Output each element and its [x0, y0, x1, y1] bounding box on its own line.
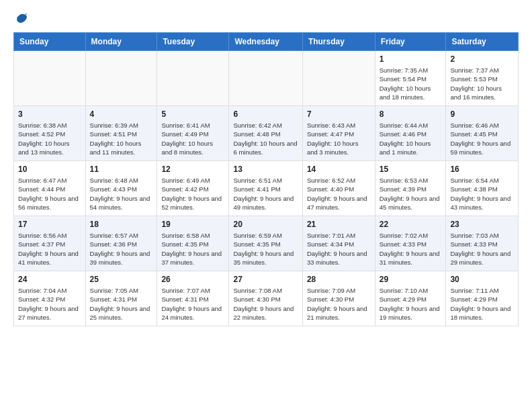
day-info: Sunrise: 6:41 AM Sunset: 4:49 PM Dayligh… [161, 121, 224, 156]
calendar-cell: 20Sunrise: 6:59 AM Sunset: 4:35 PM Dayli… [229, 216, 302, 271]
calendar-cell: 8Sunrise: 6:44 AM Sunset: 4:46 PM Daylig… [375, 106, 446, 161]
day-info: Sunrise: 7:04 AM Sunset: 4:32 PM Dayligh… [18, 286, 81, 322]
calendar-cell: 16Sunrise: 6:54 AM Sunset: 4:38 PM Dayli… [446, 161, 519, 216]
day-number: 3 [18, 109, 81, 119]
day-number: 15 [380, 165, 442, 174]
day-info: Sunrise: 6:39 AM Sunset: 4:51 PM Dayligh… [90, 121, 153, 156]
calendar-cell: 19Sunrise: 6:58 AM Sunset: 4:35 PM Dayli… [157, 216, 229, 271]
day-number: 6 [233, 109, 298, 119]
calendar-cell: 26Sunrise: 7:07 AM Sunset: 4:31 PM Dayli… [157, 271, 229, 326]
day-info: Sunrise: 7:37 AM Sunset: 5:53 PM Dayligh… [450, 66, 514, 101]
calendar-cell: 24Sunrise: 7:04 AM Sunset: 4:32 PM Dayli… [14, 271, 86, 326]
day-number: 1 [380, 54, 442, 64]
calendar-cell: 23Sunrise: 7:03 AM Sunset: 4:33 PM Dayli… [446, 216, 519, 271]
day-number: 12 [161, 165, 224, 174]
calendar-cell: 6Sunrise: 6:42 AM Sunset: 4:48 PM Daylig… [229, 106, 302, 161]
calendar-cell: 12Sunrise: 6:49 AM Sunset: 4:42 PM Dayli… [157, 161, 229, 216]
day-number: 5 [161, 109, 224, 119]
day-info: Sunrise: 7:11 AM Sunset: 4:29 PM Dayligh… [450, 286, 514, 322]
calendar-cell: 28Sunrise: 7:09 AM Sunset: 4:30 PM Dayli… [302, 271, 375, 326]
page: SundayMondayTuesdayWednesdayThursdayFrid… [0, 0, 532, 337]
calendar-cell [14, 51, 86, 106]
day-number: 9 [450, 109, 514, 119]
day-info: Sunrise: 6:38 AM Sunset: 4:52 PM Dayligh… [18, 121, 81, 156]
calendar-cell: 30Sunrise: 7:11 AM Sunset: 4:29 PM Dayli… [446, 271, 519, 326]
calendar-cell: 22Sunrise: 7:02 AM Sunset: 4:33 PM Dayli… [375, 216, 446, 271]
day-info: Sunrise: 7:03 AM Sunset: 4:33 PM Dayligh… [450, 231, 514, 267]
day-info: Sunrise: 6:52 AM Sunset: 4:40 PM Dayligh… [307, 176, 371, 212]
day-header-monday: Monday [85, 33, 157, 51]
day-number: 17 [18, 220, 81, 229]
calendar-cell: 21Sunrise: 7:01 AM Sunset: 4:34 PM Dayli… [302, 216, 375, 271]
day-header-friday: Friday [375, 33, 446, 51]
header [13, 11, 519, 24]
day-info: Sunrise: 6:56 AM Sunset: 4:37 PM Dayligh… [18, 231, 81, 267]
day-number: 24 [18, 275, 81, 284]
calendar-cell: 14Sunrise: 6:52 AM Sunset: 4:40 PM Dayli… [302, 161, 375, 216]
day-number: 19 [161, 220, 224, 229]
week-row-1: 1Sunrise: 7:35 AM Sunset: 5:54 PM Daylig… [14, 51, 519, 106]
day-number: 2 [450, 54, 514, 64]
day-info: Sunrise: 7:02 AM Sunset: 4:33 PM Dayligh… [380, 231, 442, 267]
day-info: Sunrise: 6:44 AM Sunset: 4:46 PM Dayligh… [380, 121, 442, 156]
day-number: 21 [307, 220, 371, 229]
day-number: 16 [450, 165, 514, 174]
day-info: Sunrise: 6:48 AM Sunset: 4:43 PM Dayligh… [90, 176, 153, 212]
calendar-cell: 18Sunrise: 6:57 AM Sunset: 4:36 PM Dayli… [85, 216, 157, 271]
day-info: Sunrise: 6:47 AM Sunset: 4:44 PM Dayligh… [18, 176, 81, 212]
day-info: Sunrise: 6:43 AM Sunset: 4:47 PM Dayligh… [307, 121, 371, 156]
day-number: 29 [380, 275, 442, 284]
day-header-tuesday: Tuesday [157, 33, 229, 51]
day-number: 28 [307, 275, 371, 284]
day-number: 20 [233, 220, 298, 229]
calendar-cell: 5Sunrise: 6:41 AM Sunset: 4:49 PM Daylig… [157, 106, 229, 161]
day-header-saturday: Saturday [446, 33, 519, 51]
week-row-3: 10Sunrise: 6:47 AM Sunset: 4:44 PM Dayli… [14, 161, 519, 216]
day-info: Sunrise: 6:57 AM Sunset: 4:36 PM Dayligh… [90, 231, 153, 267]
day-number: 30 [450, 275, 514, 284]
day-number: 11 [90, 165, 153, 174]
day-number: 8 [380, 109, 442, 119]
day-header-thursday: Thursday [302, 33, 375, 51]
day-info: Sunrise: 7:01 AM Sunset: 4:34 PM Dayligh… [307, 231, 371, 267]
day-info: Sunrise: 6:51 AM Sunset: 4:41 PM Dayligh… [233, 176, 298, 212]
day-number: 10 [18, 165, 81, 174]
day-info: Sunrise: 6:46 AM Sunset: 4:45 PM Dayligh… [450, 121, 514, 156]
day-header-wednesday: Wednesday [229, 33, 302, 51]
calendar-cell: 7Sunrise: 6:43 AM Sunset: 4:47 PM Daylig… [302, 106, 375, 161]
week-row-4: 17Sunrise: 6:56 AM Sunset: 4:37 PM Dayli… [14, 216, 519, 271]
day-info: Sunrise: 7:09 AM Sunset: 4:30 PM Dayligh… [307, 286, 371, 322]
logo-text [13, 11, 28, 24]
calendar-cell [157, 51, 229, 106]
calendar-cell: 2Sunrise: 7:37 AM Sunset: 5:53 PM Daylig… [446, 51, 519, 106]
calendar-cell: 17Sunrise: 6:56 AM Sunset: 4:37 PM Dayli… [14, 216, 86, 271]
day-info: Sunrise: 6:42 AM Sunset: 4:48 PM Dayligh… [233, 121, 298, 156]
calendar-cell: 3Sunrise: 6:38 AM Sunset: 4:52 PM Daylig… [14, 106, 86, 161]
calendar-cell: 25Sunrise: 7:05 AM Sunset: 4:31 PM Dayli… [85, 271, 157, 326]
calendar-cell: 27Sunrise: 7:08 AM Sunset: 4:30 PM Dayli… [229, 271, 302, 326]
calendar-cell: 9Sunrise: 6:46 AM Sunset: 4:45 PM Daylig… [446, 106, 519, 161]
calendar-cell: 4Sunrise: 6:39 AM Sunset: 4:51 PM Daylig… [85, 106, 157, 161]
logo [13, 11, 28, 24]
header-row: SundayMondayTuesdayWednesdayThursdayFrid… [14, 33, 519, 51]
day-number: 14 [307, 165, 371, 174]
calendar-cell [302, 51, 375, 106]
day-number: 25 [90, 275, 153, 284]
day-info: Sunrise: 6:53 AM Sunset: 4:39 PM Dayligh… [380, 176, 442, 212]
day-info: Sunrise: 7:10 AM Sunset: 4:29 PM Dayligh… [380, 286, 442, 322]
calendar-cell: 1Sunrise: 7:35 AM Sunset: 5:54 PM Daylig… [375, 51, 446, 106]
calendar-cell: 10Sunrise: 6:47 AM Sunset: 4:44 PM Dayli… [14, 161, 86, 216]
day-header-sunday: Sunday [14, 33, 86, 51]
day-info: Sunrise: 7:08 AM Sunset: 4:30 PM Dayligh… [233, 286, 298, 322]
calendar-cell: 13Sunrise: 6:51 AM Sunset: 4:41 PM Dayli… [229, 161, 302, 216]
day-info: Sunrise: 7:05 AM Sunset: 4:31 PM Dayligh… [90, 286, 153, 322]
day-number: 26 [161, 275, 224, 284]
day-number: 27 [233, 275, 298, 284]
day-info: Sunrise: 7:07 AM Sunset: 4:31 PM Dayligh… [161, 286, 224, 322]
calendar-cell: 15Sunrise: 6:53 AM Sunset: 4:39 PM Dayli… [375, 161, 446, 216]
day-info: Sunrise: 7:35 AM Sunset: 5:54 PM Dayligh… [380, 66, 442, 101]
day-info: Sunrise: 6:58 AM Sunset: 4:35 PM Dayligh… [161, 231, 224, 267]
calendar-cell [229, 51, 302, 106]
day-info: Sunrise: 6:54 AM Sunset: 4:38 PM Dayligh… [450, 176, 514, 212]
day-number: 13 [233, 165, 298, 174]
